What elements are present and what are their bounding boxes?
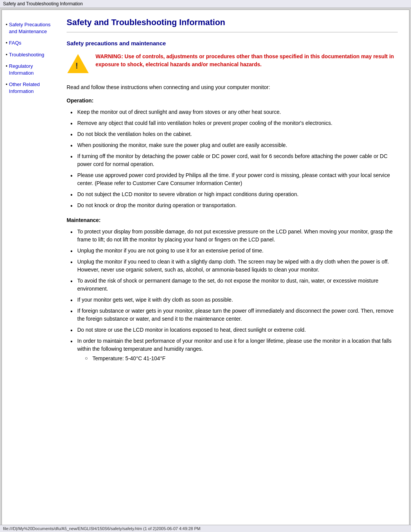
list-item: Do not subject the LCD monitor to severe… xyxy=(70,190,398,198)
sidebar-item-faqs[interactable]: • FAQs xyxy=(6,40,59,48)
intro-text: Read and follow these instructions when … xyxy=(67,83,398,91)
status-bar: file:///D|/My%20Documents/dfu/A5_new/ENG… xyxy=(0,525,411,532)
maintenance-heading: Maintenance: xyxy=(67,217,398,223)
sidebar-bullet-troubleshooting: • xyxy=(6,52,8,58)
status-bar-text: file:///D|/My%20Documents/dfu/A5_new/ENG… xyxy=(3,526,201,531)
list-item: Do not block the ventilation holes on th… xyxy=(70,130,398,138)
main-content: Safety and Troubleshooting Information S… xyxy=(59,18,405,378)
browser-window: • Safety Precautions and Maintenance • F… xyxy=(2,10,409,531)
sidebar-bullet-faqs: • xyxy=(6,40,8,46)
sidebar-link-troubleshooting[interactable]: Troubleshooting xyxy=(9,51,45,58)
warning-box: WARNING: Use of controls, adjustments or… xyxy=(67,53,398,75)
sidebar-bullet-regulatory: • xyxy=(6,63,8,69)
sidebar: • Safety Precautions and Maintenance • F… xyxy=(6,18,59,378)
sidebar-bullet-safety: • xyxy=(6,22,8,27)
title-bar: Safety and Troubleshooting Information xyxy=(0,0,411,8)
list-item: Do not knock or drop the monitor during … xyxy=(70,201,398,209)
sidebar-item-safety[interactable]: • Safety Precautions and Maintenance xyxy=(6,21,59,37)
sidebar-link-safety[interactable]: Safety Precautions and Maintenance xyxy=(9,21,59,35)
sidebar-bullet-other: • xyxy=(6,81,8,87)
sidebar-item-troubleshooting[interactable]: • Troubleshooting xyxy=(6,51,59,60)
sidebar-item-regulatory[interactable]: • Regulatory Information xyxy=(6,63,59,78)
warning-triangle-icon xyxy=(67,54,89,73)
warning-text: WARNING: Use of controls, adjustments or… xyxy=(96,53,398,69)
section-heading: Safety precautions and maintenance xyxy=(67,40,398,46)
list-item: If turning off the monitor by detaching … xyxy=(70,152,398,168)
sidebar-link-faqs[interactable]: FAQs xyxy=(9,40,22,46)
list-item: Do not store or use the LCD monitor in l… xyxy=(70,326,398,334)
page-title: Safety and Troubleshooting Information xyxy=(67,18,398,27)
list-item: Keep the monitor out of direct sunlight … xyxy=(70,108,398,116)
warning-icon xyxy=(67,53,89,75)
title-bar-text: Safety and Troubleshooting Information xyxy=(3,1,83,6)
operation-heading: Operation: xyxy=(67,97,398,104)
sidebar-link-regulatory[interactable]: Regulatory Information xyxy=(9,63,59,77)
sidebar-link-other[interactable]: Other Related Information xyxy=(9,81,59,95)
content-area: • Safety Precautions and Maintenance • F… xyxy=(2,10,409,385)
sidebar-item-other[interactable]: • Other Related Information xyxy=(6,81,59,96)
list-item: If your monitor gets wet, wipe it with d… xyxy=(70,296,398,304)
list-item: If foreign substance or water gets in yo… xyxy=(70,307,398,323)
sub-list: Temperature: 5-40°C 41-104°F xyxy=(77,355,398,363)
list-item: In order to maintain the best performanc… xyxy=(70,337,398,363)
divider xyxy=(67,32,398,32)
list-item: To avoid the risk of shock or permanent … xyxy=(70,277,398,293)
list-item: When positioning the monitor, make sure … xyxy=(70,141,398,149)
list-item: Unplug the monitor if you need to clean … xyxy=(70,258,398,274)
sub-list-item: Temperature: 5-40°C 41-104°F xyxy=(85,355,398,363)
list-item: Please use approved power cord provided … xyxy=(70,171,398,187)
operation-list: Keep the monitor out of direct sunlight … xyxy=(67,108,398,209)
list-item: Remove any object that could fall into v… xyxy=(70,119,398,127)
list-item: To protect your display from possible da… xyxy=(70,228,398,244)
list-item: Unplug the monitor if you are not going … xyxy=(70,247,398,255)
maintenance-list: To protect your display from possible da… xyxy=(67,228,398,363)
